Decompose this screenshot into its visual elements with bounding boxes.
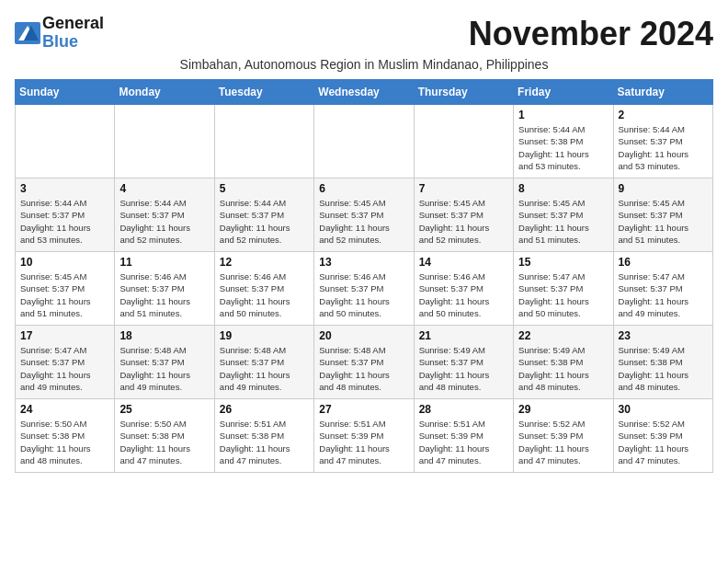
calendar-cell: 28Sunrise: 5:51 AM Sunset: 5:39 PM Dayli… — [414, 399, 513, 473]
day-info: Sunrise: 5:47 AM Sunset: 5:37 PM Dayligh… — [518, 270, 608, 319]
calendar-week-3: 10Sunrise: 5:45 AM Sunset: 5:37 PM Dayli… — [16, 252, 713, 326]
day-info: Sunrise: 5:48 AM Sunset: 5:37 PM Dayligh… — [319, 344, 408, 393]
day-number: 20 — [319, 329, 408, 342]
day-number: 9 — [619, 182, 708, 195]
day-number: 19 — [220, 329, 309, 342]
calendar-cell — [16, 105, 115, 178]
day-number: 26 — [220, 403, 309, 416]
day-info: Sunrise: 5:45 AM Sunset: 5:37 PM Dayligh… — [518, 197, 608, 246]
day-info: Sunrise: 5:44 AM Sunset: 5:37 PM Dayligh… — [220, 197, 309, 246]
day-header-monday: Monday — [115, 80, 214, 105]
logo-line1: General — [42, 15, 104, 33]
day-number: 24 — [20, 403, 109, 416]
calendar-cell — [115, 105, 214, 178]
day-info: Sunrise: 5:45 AM Sunset: 5:37 PM Dayligh… — [319, 197, 408, 246]
day-info: Sunrise: 5:51 AM Sunset: 5:39 PM Dayligh… — [419, 418, 508, 466]
calendar-cell: 26Sunrise: 5:51 AM Sunset: 5:38 PM Dayli… — [214, 399, 313, 473]
day-info: Sunrise: 5:51 AM Sunset: 5:39 PM Dayligh… — [319, 418, 408, 466]
day-info: Sunrise: 5:46 AM Sunset: 5:37 PM Dayligh… — [319, 270, 408, 319]
day-info: Sunrise: 5:52 AM Sunset: 5:39 PM Dayligh… — [518, 418, 608, 466]
day-info: Sunrise: 5:52 AM Sunset: 5:39 PM Dayligh… — [619, 418, 708, 466]
day-info: Sunrise: 5:45 AM Sunset: 5:37 PM Dayligh… — [619, 197, 708, 246]
day-info: Sunrise: 5:49 AM Sunset: 5:38 PM Dayligh… — [518, 344, 608, 393]
calendar-cell — [414, 105, 513, 178]
calendar-header-row: SundayMondayTuesdayWednesdayThursdayFrid… — [16, 80, 713, 105]
calendar-cell: 16Sunrise: 5:47 AM Sunset: 5:37 PM Dayli… — [613, 252, 712, 326]
day-number: 13 — [319, 256, 408, 269]
calendar-cell: 29Sunrise: 5:52 AM Sunset: 5:39 PM Dayli… — [514, 399, 613, 473]
day-number: 28 — [419, 403, 508, 416]
calendar-cell: 21Sunrise: 5:49 AM Sunset: 5:37 PM Dayli… — [414, 326, 513, 399]
day-info: Sunrise: 5:51 AM Sunset: 5:38 PM Dayligh… — [220, 418, 309, 466]
calendar-cell: 4Sunrise: 5:44 AM Sunset: 5:37 PM Daylig… — [115, 178, 214, 252]
day-header-sunday: Sunday — [16, 80, 115, 105]
day-info: Sunrise: 5:46 AM Sunset: 5:37 PM Dayligh… — [220, 270, 309, 319]
calendar-week-4: 17Sunrise: 5:47 AM Sunset: 5:37 PM Dayli… — [16, 326, 713, 399]
day-number: 17 — [20, 329, 109, 342]
location-subtitle: Simbahan, Autonomous Region in Muslim Mi… — [15, 57, 713, 72]
day-number: 16 — [619, 256, 708, 269]
calendar-cell: 23Sunrise: 5:49 AM Sunset: 5:38 PM Dayli… — [613, 326, 712, 399]
calendar-cell: 9Sunrise: 5:45 AM Sunset: 5:37 PM Daylig… — [613, 178, 712, 252]
logo-line2: Blue — [42, 33, 104, 52]
day-info: Sunrise: 5:45 AM Sunset: 5:37 PM Dayligh… — [419, 197, 508, 246]
day-number: 14 — [419, 256, 508, 269]
day-info: Sunrise: 5:48 AM Sunset: 5:37 PM Dayligh… — [220, 344, 309, 393]
day-info: Sunrise: 5:44 AM Sunset: 5:38 PM Dayligh… — [518, 123, 608, 172]
calendar-cell: 3Sunrise: 5:44 AM Sunset: 5:37 PM Daylig… — [16, 178, 115, 252]
day-number: 18 — [119, 329, 209, 342]
day-info: Sunrise: 5:44 AM Sunset: 5:37 PM Dayligh… — [20, 197, 109, 246]
day-info: Sunrise: 5:47 AM Sunset: 5:37 PM Dayligh… — [20, 344, 109, 393]
day-number: 8 — [518, 182, 608, 195]
calendar-table: SundayMondayTuesdayWednesdayThursdayFrid… — [15, 79, 713, 473]
day-info: Sunrise: 5:44 AM Sunset: 5:37 PM Dayligh… — [619, 123, 708, 172]
day-header-wednesday: Wednesday — [314, 80, 414, 105]
day-number: 22 — [518, 329, 608, 342]
month-year-title: November 2024 — [469, 15, 713, 53]
calendar-week-5: 24Sunrise: 5:50 AM Sunset: 5:38 PM Dayli… — [16, 399, 713, 473]
calendar-cell: 20Sunrise: 5:48 AM Sunset: 5:37 PM Dayli… — [314, 326, 414, 399]
day-number: 4 — [119, 182, 209, 195]
calendar-cell: 10Sunrise: 5:45 AM Sunset: 5:37 PM Dayli… — [16, 252, 115, 326]
calendar-week-1: 1Sunrise: 5:44 AM Sunset: 5:38 PM Daylig… — [16, 105, 713, 178]
day-number: 30 — [619, 403, 708, 416]
day-header-friday: Friday — [514, 80, 613, 105]
calendar-cell: 8Sunrise: 5:45 AM Sunset: 5:37 PM Daylig… — [514, 178, 613, 252]
day-info: Sunrise: 5:49 AM Sunset: 5:38 PM Dayligh… — [619, 344, 708, 393]
calendar-cell: 17Sunrise: 5:47 AM Sunset: 5:37 PM Dayli… — [16, 326, 115, 399]
day-number: 12 — [220, 256, 309, 269]
calendar-cell: 6Sunrise: 5:45 AM Sunset: 5:37 PM Daylig… — [314, 178, 414, 252]
calendar-cell: 30Sunrise: 5:52 AM Sunset: 5:39 PM Dayli… — [613, 399, 712, 473]
calendar-cell: 14Sunrise: 5:46 AM Sunset: 5:37 PM Dayli… — [414, 252, 513, 326]
day-number: 2 — [619, 109, 708, 121]
day-number: 25 — [119, 403, 209, 416]
day-number: 29 — [518, 403, 608, 416]
calendar-week-2: 3Sunrise: 5:44 AM Sunset: 5:37 PM Daylig… — [16, 178, 713, 252]
day-info: Sunrise: 5:46 AM Sunset: 5:37 PM Dayligh… — [419, 270, 508, 319]
calendar-cell: 2Sunrise: 5:44 AM Sunset: 5:37 PM Daylig… — [613, 105, 712, 178]
day-number: 10 — [20, 256, 109, 269]
day-number: 5 — [220, 182, 309, 195]
day-info: Sunrise: 5:50 AM Sunset: 5:38 PM Dayligh… — [119, 418, 209, 466]
day-number: 6 — [319, 182, 408, 195]
calendar-cell: 13Sunrise: 5:46 AM Sunset: 5:37 PM Dayli… — [314, 252, 414, 326]
calendar-cell: 19Sunrise: 5:48 AM Sunset: 5:37 PM Dayli… — [214, 326, 313, 399]
calendar-cell — [314, 105, 414, 178]
day-info: Sunrise: 5:46 AM Sunset: 5:37 PM Dayligh… — [119, 270, 209, 319]
day-number: 7 — [419, 182, 508, 195]
day-number: 15 — [518, 256, 608, 269]
day-info: Sunrise: 5:50 AM Sunset: 5:38 PM Dayligh… — [20, 418, 109, 466]
calendar-cell: 12Sunrise: 5:46 AM Sunset: 5:37 PM Dayli… — [214, 252, 313, 326]
day-number: 1 — [518, 109, 608, 121]
calendar-cell: 25Sunrise: 5:50 AM Sunset: 5:38 PM Dayli… — [115, 399, 214, 473]
day-number: 3 — [20, 182, 109, 195]
calendar-cell: 27Sunrise: 5:51 AM Sunset: 5:39 PM Dayli… — [314, 399, 414, 473]
day-info: Sunrise: 5:45 AM Sunset: 5:37 PM Dayligh… — [20, 270, 109, 319]
day-number: 27 — [319, 403, 408, 416]
day-header-tuesday: Tuesday — [214, 80, 313, 105]
calendar-cell: 24Sunrise: 5:50 AM Sunset: 5:38 PM Dayli… — [16, 399, 115, 473]
calendar-cell: 5Sunrise: 5:44 AM Sunset: 5:37 PM Daylig… — [214, 178, 313, 252]
calendar-cell — [214, 105, 313, 178]
day-number: 23 — [619, 329, 708, 342]
logo: General Blue — [15, 15, 104, 52]
